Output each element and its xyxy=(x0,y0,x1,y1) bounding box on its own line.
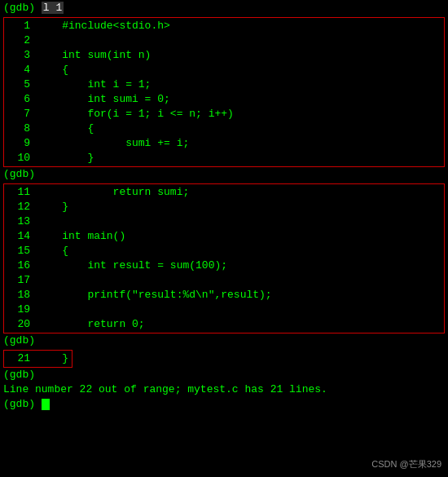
line-21: 21 } xyxy=(4,351,72,366)
line-7: 7 for(i = 1; i <= n; i++) xyxy=(4,107,444,121)
gdb-prompt-1: (gdb) xyxy=(0,167,448,182)
line-9: 9 sumi += i; xyxy=(4,136,444,151)
terminal-window: (gdb) l 1 1 #include<stdio.h> 2 3 int su… xyxy=(0,0,448,477)
gdb-initial-command: l 1 xyxy=(42,2,64,14)
final-gdb-prompt-text: (gdb) xyxy=(3,398,42,410)
line-5: 5 int i = 1; xyxy=(4,77,444,92)
line-4: 4 { xyxy=(4,63,444,77)
gdb-prompt-3: (gdb) xyxy=(0,368,448,382)
line-13: 13 xyxy=(4,214,444,229)
cursor xyxy=(42,399,50,410)
line-18: 18 printf("result:%d\n",result); xyxy=(4,288,444,303)
line-8: 8 { xyxy=(4,121,444,136)
gdb-initial-prompt: (gdb) xyxy=(3,2,35,14)
code-block-2: 11 return sumi; 12 } 13 14 int main() 15… xyxy=(3,183,445,333)
line-12: 12 } xyxy=(4,200,444,214)
line-10: 10 } xyxy=(4,151,444,166)
line-14: 14 int main() xyxy=(4,229,444,244)
bottom-status: Line number 22 out of range; mytest.c ha… xyxy=(0,382,448,397)
gdb-prompt-2: (gdb) xyxy=(0,333,448,348)
line-11: 11 return sumi; xyxy=(4,185,444,200)
code-block-3: 21 } xyxy=(3,350,72,368)
watermark: CSDN @芒果329 xyxy=(371,458,441,470)
line-2: 2 xyxy=(4,33,444,48)
line-20: 20 return 0; xyxy=(4,317,444,332)
line-6: 6 int sumi = 0; xyxy=(4,92,444,107)
final-prompt-line[interactable]: (gdb) xyxy=(0,397,448,412)
line-15: 15 { xyxy=(4,244,444,258)
line-16: 16 int result = sum(100); xyxy=(4,258,444,273)
line-1: 1 #include<stdio.h> xyxy=(4,19,444,33)
line-19: 19 xyxy=(4,303,444,317)
top-command-line: (gdb) l 1 xyxy=(0,0,448,15)
code-block-1: 1 #include<stdio.h> 2 3 int sum(int n) 4… xyxy=(3,17,445,167)
line-17: 17 xyxy=(4,273,444,288)
line-3: 3 int sum(int n) xyxy=(4,48,444,63)
